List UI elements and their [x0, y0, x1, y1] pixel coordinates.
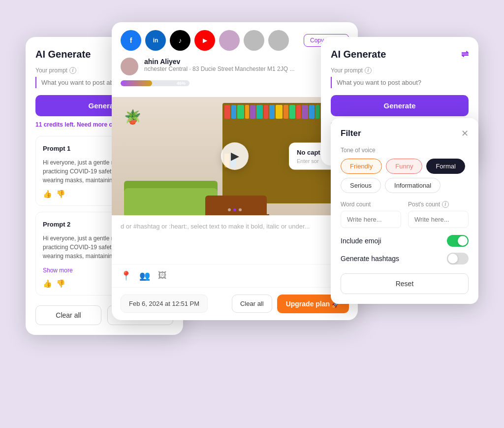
dot-3[interactable]	[239, 208, 242, 211]
right-generate-button[interactable]: Generate	[331, 95, 469, 116]
avatar-row: f in ♪ ▶ Copy to all c	[121, 30, 349, 51]
tone-funny[interactable]: Funny	[386, 159, 422, 174]
posts-count-info-icon: i	[442, 201, 449, 208]
progress-row: 46%	[121, 80, 349, 87]
user-location: nchester Central · 83 Ducie Street Manch…	[144, 66, 294, 72]
tone-serious[interactable]: Serious	[341, 178, 381, 193]
post-footer: Feb 6, 2024 at 12:51 PM Clear all Upgrad…	[112, 287, 358, 320]
post-text-area: d or #hashtag or :heart:, select text to…	[112, 215, 358, 264]
prompt-2-title: Prompt 2	[43, 221, 70, 228]
reset-button[interactable]: Reset	[341, 273, 469, 294]
user-name: ahin Aliyev	[144, 58, 294, 66]
center-clear-all-button[interactable]: Clear all	[232, 295, 272, 313]
filter-panel: Filter ✕ Tone of voice Friendly Funny Fo…	[331, 118, 478, 304]
right-prompt-input[interactable]	[331, 77, 469, 88]
tone-of-voice-label: Tone of voice	[341, 147, 469, 154]
right-card-title: AI Generate	[331, 49, 386, 60]
prompt-1-thumbup[interactable]: 👍	[43, 190, 52, 198]
post-text[interactable]: d or #hashtag or :heart:, select text to…	[121, 223, 349, 242]
generate-hashtags-row: Generate hashtags	[341, 253, 469, 264]
avatar-photo[interactable]	[219, 30, 240, 51]
posts-count-input[interactable]	[408, 211, 469, 228]
user-info: ahin Aliyev nchester Central · 83 Ducie …	[144, 58, 294, 72]
filter-counts-row: Word count Post's count i	[341, 201, 469, 228]
left-prompt-info-icon: i	[69, 67, 76, 74]
dot-1[interactable]	[228, 208, 231, 211]
avatar-yt[interactable]: ▶	[194, 30, 215, 51]
image-dots	[228, 208, 242, 211]
progress-label: 46%	[177, 81, 186, 86]
tone-buttons: Friendly Funny Formal Serious Informatio…	[341, 159, 469, 193]
generate-hashtags-toggle[interactable]	[447, 253, 469, 264]
prompt-2-thumbup[interactable]: 👍	[43, 279, 52, 288]
right-settings-icon[interactable]: ⇌	[461, 49, 469, 60]
right-prompt-info-icon: i	[365, 67, 372, 74]
avatar-gray-2[interactable]	[268, 30, 289, 51]
prompt-1-thumbdown[interactable]: 👎	[56, 190, 65, 198]
avatar-gray-1[interactable]	[244, 30, 264, 51]
plant-icon: 🪴	[124, 109, 141, 125]
progress-bar: 46%	[121, 80, 189, 86]
avatar-tk[interactable]: ♪	[170, 30, 190, 51]
generate-hashtags-toggle-dot	[448, 254, 458, 263]
prompt-1-title: Prompt 1	[43, 145, 70, 152]
word-count-input[interactable]	[341, 211, 401, 228]
dining-table	[205, 196, 267, 215]
ai-icon-row: ✨	[121, 246, 349, 257]
user-avatar	[121, 58, 138, 75]
filter-title: Filter	[341, 129, 361, 138]
play-button[interactable]: ▶	[221, 142, 249, 170]
progress-bar-fill	[121, 80, 152, 86]
sofa	[124, 188, 218, 215]
include-emoji-toggle[interactable]	[447, 235, 469, 247]
include-emoji-row: Include emoji	[341, 235, 469, 247]
prompt-2-show-more[interactable]: Show more	[43, 267, 73, 274]
image-button[interactable]: 🖼	[158, 270, 167, 281]
include-emoji-label: Include emoji	[341, 237, 381, 245]
post-actions-row: 📍 👥 🖼	[112, 264, 358, 287]
filter-header: Filter ✕	[341, 128, 469, 139]
word-count-label: Word count	[341, 201, 401, 208]
posts-count-field: Post's count i	[408, 201, 469, 228]
generate-hashtags-label: Generate hashtags	[341, 255, 399, 263]
right-prompt-label: Your prompt i	[331, 67, 469, 74]
tone-formal[interactable]: Formal	[426, 159, 465, 174]
avatar-fb[interactable]: f	[121, 30, 141, 51]
tone-friendly[interactable]: Friendly	[341, 159, 382, 174]
dot-2[interactable]	[233, 208, 236, 211]
right-card-title-row: AI Generate ⇌	[331, 49, 469, 60]
filter-close-button[interactable]: ✕	[461, 128, 469, 139]
tone-informational[interactable]: Informational	[385, 178, 441, 193]
posts-count-label: Post's count i	[408, 201, 469, 208]
avatar-li[interactable]: in	[145, 30, 166, 51]
left-card-title: AI Generate	[35, 49, 91, 60]
datetime-badge[interactable]: Feb 6, 2024 at 12:51 PM	[121, 295, 208, 313]
include-emoji-toggle-dot	[458, 236, 468, 246]
tag-button[interactable]: 👥	[139, 270, 150, 281]
left-clear-all-button[interactable]: Clear all	[35, 305, 101, 325]
prompt-2-thumbdown[interactable]: 👎	[56, 279, 65, 288]
word-count-field: Word count	[341, 201, 401, 228]
location-button[interactable]: 📍	[121, 270, 131, 281]
